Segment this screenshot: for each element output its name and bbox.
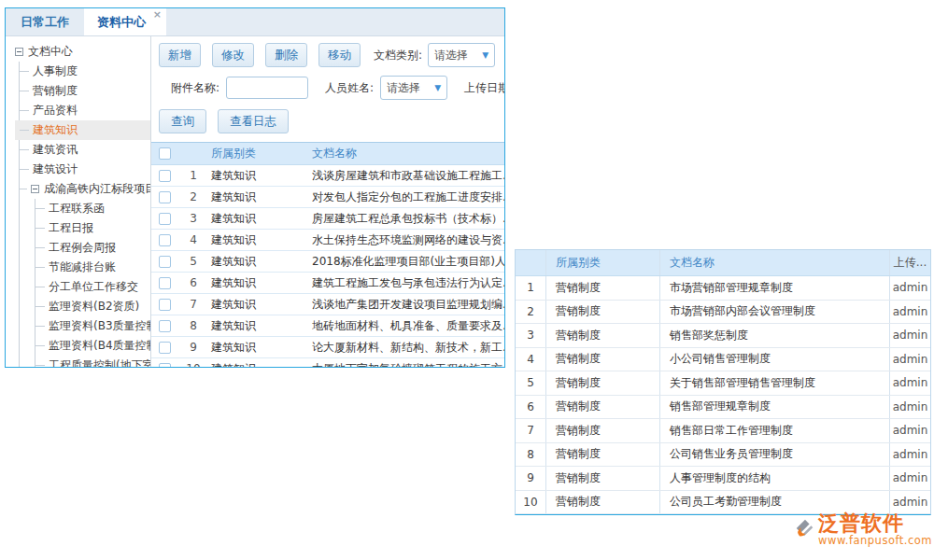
tree-root-project[interactable]: 成渝高铁内江标段项目 <box>20 179 150 199</box>
row-doc-name: 公司销售业务员管理制度 <box>659 443 889 467</box>
col-index <box>516 250 545 275</box>
person-name-label: 人员姓名: <box>325 80 374 96</box>
row-doc-name: 小公司销售管理制度 <box>659 348 889 371</box>
row-number: 6 <box>516 396 545 419</box>
delete-button[interactable]: 删除 <box>265 43 307 67</box>
select-all-checkbox[interactable] <box>159 147 171 160</box>
row-number: 7 <box>516 419 545 442</box>
table-row[interactable]: 2建筑知识对发包人指定分包的工程施工进度安排... <box>151 187 504 208</box>
row-checkbox[interactable] <box>159 191 171 203</box>
person-name-select[interactable]: 请选择 ▼ <box>380 76 447 100</box>
sidebar-item[interactable]: 人事制度 <box>20 62 150 81</box>
table-row[interactable]: 9营销制度人事管理制度的结构admin <box>516 467 930 491</box>
row-category: 营销制度 <box>545 348 659 371</box>
row-checkbox[interactable] <box>159 299 171 311</box>
collapse-icon[interactable] <box>15 48 23 56</box>
table-row[interactable]: 6营销制度销售部管理规章制度admin <box>516 396 930 420</box>
tree-root-label: 文档中心 <box>28 42 73 62</box>
row-category: 营销制度 <box>545 419 659 442</box>
checkbox-cell <box>151 213 177 225</box>
checkbox-cell <box>151 320 177 332</box>
row-number: 7 <box>177 298 209 311</box>
row-number: 4 <box>177 233 209 246</box>
table-row[interactable]: 4建筑知识水土保持生态环境监测网络的建设与资... <box>151 230 504 251</box>
row-number: 5 <box>516 371 545 395</box>
collapse-icon[interactable] <box>31 185 39 193</box>
document-table-body: 1建筑知识浅谈房屋建筑和市政基础设施工程施工...2建筑知识对发包人指定分包的工… <box>151 165 504 367</box>
row-checkbox[interactable] <box>159 277 171 289</box>
row-category: 建筑知识 <box>209 254 310 270</box>
table-row[interactable]: 5营销制度关于销售部管理销售管理制度admin <box>516 371 930 396</box>
row-checkbox[interactable] <box>159 234 171 246</box>
row-number: 2 <box>177 190 209 203</box>
table-row[interactable]: 9建筑知识论大厦新材料、新结构、新技术，新工... <box>151 337 504 358</box>
tab-data-center[interactable]: 资料中心 × <box>84 8 166 35</box>
row-category: 建筑知识 <box>209 318 310 334</box>
sidebar-project-item[interactable]: 工程联系函 <box>35 199 150 218</box>
screen: 日常工作 资料中心 × 文档中心 人事制度营销制度产品资料建筑知识建筑资讯建筑设… <box>0 0 934 560</box>
row-category: 营销制度 <box>545 301 659 324</box>
sidebar-project-item[interactable]: 监理资料(B3质量控制) <box>35 316 150 336</box>
tab-data-center-label: 资料中心 <box>97 15 146 29</box>
table-row[interactable]: 1建筑知识浅谈房屋建筑和市政基础设施工程施工... <box>151 165 504 187</box>
sidebar-item[interactable]: 营销制度 <box>20 81 150 101</box>
sidebar-project-item[interactable]: 监理资料(B4质量控制) <box>35 336 150 356</box>
sidebar-item[interactable]: 建筑知识 <box>20 120 150 140</box>
move-button[interactable]: 移动 <box>318 43 361 67</box>
marketing-doc-window: 所属别类 文档名称 上传... 1营销制度市场营销部管理规章制度admin2营销… <box>515 249 931 515</box>
tab-close-icon[interactable]: × <box>153 9 162 21</box>
table-row[interactable]: 7建筑知识浅谈地产集团开发建设项目监理规划编... <box>151 294 504 315</box>
sidebar-item[interactable]: 建筑资讯 <box>20 140 150 160</box>
table-row[interactable]: 1营销制度市场营销部管理规章制度admin <box>516 276 930 301</box>
row-uploader: admin <box>889 419 930 442</box>
sidebar-project-item[interactable]: 工程例会周报 <box>35 238 150 258</box>
sidebar-project-item[interactable]: 工程日报 <box>35 218 150 238</box>
sidebar-item[interactable]: 建筑设计 <box>20 160 150 179</box>
row-checkbox[interactable] <box>159 170 171 182</box>
tree-root-doc-center[interactable]: 文档中心 <box>15 42 150 62</box>
row-number: 4 <box>516 348 545 371</box>
sidebar-project-item[interactable]: 工程质量控制(地下室) <box>35 356 150 367</box>
document-center-window: 日常工作 资料中心 × 文档中心 人事制度营销制度产品资料建筑知识建筑资讯建筑设… <box>5 7 505 368</box>
view-log-button[interactable]: 查看日志 <box>218 109 289 133</box>
row-checkbox[interactable] <box>159 320 171 332</box>
row-doc-name: 销售部奖惩制度 <box>659 324 889 347</box>
row-checkbox[interactable] <box>159 363 171 368</box>
row-number: 3 <box>516 324 545 347</box>
table-row[interactable]: 8建筑知识地砖地面材料、机具准备、质量要求及... <box>151 315 504 337</box>
query-button[interactable]: 查询 <box>159 109 206 133</box>
sidebar-project-item[interactable]: 监理资料(B2资质) <box>35 297 150 316</box>
tab-daily-work[interactable]: 日常工作 <box>6 8 84 35</box>
table-row[interactable]: 8营销制度公司销售业务员管理制度admin <box>516 443 930 468</box>
chevron-down-icon: ▼ <box>482 50 488 60</box>
table-row[interactable]: 10建筑知识大厦地下室加气砼墙砌筑工程的施工方... <box>151 358 504 367</box>
row-doc-name: 浅谈房屋建筑和市政基础设施工程施工... <box>310 168 504 184</box>
row-checkbox[interactable] <box>159 256 171 268</box>
checkbox-cell <box>151 342 177 354</box>
row-number: 5 <box>177 255 209 268</box>
row-number: 10 <box>516 491 545 514</box>
row-checkbox[interactable] <box>159 342 171 354</box>
table-row[interactable]: 6建筑知识建筑工程施工发包与承包违法行为认定... <box>151 273 504 294</box>
edit-button[interactable]: 修改 <box>212 43 254 67</box>
row-number: 1 <box>177 169 209 182</box>
table-row[interactable]: 5建筑知识2018标准化监理项目部(业主项目部)人员... <box>151 251 504 273</box>
tab-bar: 日常工作 资料中心 × <box>6 8 504 36</box>
sidebar-item[interactable]: 产品资料 <box>20 101 150 120</box>
row-category: 营销制度 <box>545 396 659 419</box>
row-category: 营销制度 <box>545 276 659 300</box>
content-area: 新增 修改 删除 移动 文档类别: 请选择 ▼ 文档 附件名称: 人员姓名: <box>151 36 504 367</box>
row-checkbox[interactable] <box>159 213 171 225</box>
sidebar-project-item[interactable]: 节能减排台账 <box>35 258 150 277</box>
doc-category-select[interactable]: 请选择 ▼ <box>428 43 495 67</box>
checkbox-cell <box>151 170 177 182</box>
table-row[interactable]: 4营销制度小公司销售管理制度admin <box>516 348 930 372</box>
table-row[interactable]: 3营销制度销售部奖惩制度admin <box>516 324 930 348</box>
table-row[interactable]: 3建筑知识房屋建筑工程总承包投标书（技术标）... <box>151 208 504 230</box>
attachment-name-input[interactable] <box>226 77 308 99</box>
sidebar-project-item[interactable]: 分工单位工作移交 <box>35 277 150 297</box>
table-row[interactable]: 2营销制度市场营销部内部会议管理制度admin <box>516 301 930 325</box>
category-list: 人事制度营销制度产品资料建筑知识建筑资讯建筑设计 <box>20 62 150 179</box>
table-row[interactable]: 7营销制度销售部日常工作管理制度admin <box>516 419 930 443</box>
add-button[interactable]: 新增 <box>159 43 201 67</box>
